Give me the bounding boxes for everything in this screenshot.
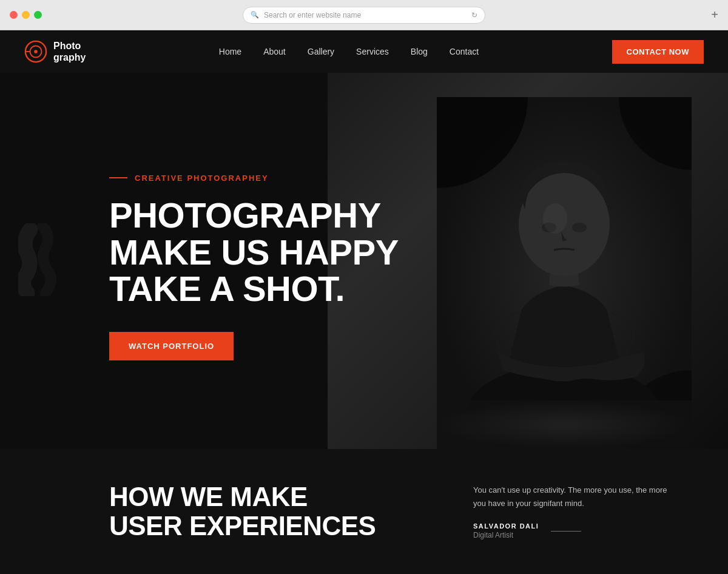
author-title: Digital Artisit <box>473 531 539 539</box>
author-info: SALVADOR DALI Digital Artisit <box>473 522 539 539</box>
contact-now-button[interactable]: CONTACT NOW <box>612 40 704 64</box>
hero-title-line2: MAKE US HAPPY <box>109 232 399 272</box>
bottom-title-line1: HOW WE MAKE <box>109 482 308 512</box>
author-name: SALVADOR DALI <box>473 522 539 530</box>
author-divider-line <box>551 531 581 532</box>
logo-icon <box>24 40 47 63</box>
bottom-right: You can't use up creativity. The more yo… <box>473 484 704 539</box>
nav-link-blog[interactable]: Blog <box>411 47 428 56</box>
nav-links: Home About Gallery Services Blog Contact <box>219 46 479 57</box>
new-tab-button[interactable]: + <box>711 8 718 22</box>
nav-item-blog[interactable]: Blog <box>411 46 428 57</box>
address-bar[interactable]: 🔍 Search or enter website name ↻ <box>243 7 485 24</box>
author-section: SALVADOR DALI Digital Artisit <box>473 522 667 539</box>
logo[interactable]: Photo graphy <box>24 40 86 63</box>
hero-title-line3: TAKE A SHOT. <box>109 269 345 308</box>
svg-point-2 <box>34 50 38 53</box>
nav-item-contact[interactable]: Contact <box>450 46 479 57</box>
bottom-left: HOW WE MAKE USER EXPERIENCES <box>24 482 473 541</box>
quote-text: You can't use up creativity. The more yo… <box>473 484 667 510</box>
browser-chrome: 🔍 Search or enter website name ↻ + <box>0 0 728 30</box>
nav-item-about[interactable]: About <box>263 46 286 57</box>
hero-content: CREATIVE PHOTOGRAPHEY PHOTOGRAPHY MAKE U… <box>0 161 399 361</box>
svg-point-12 <box>543 203 567 234</box>
person-photo <box>437 97 692 449</box>
website-content: Photo graphy Home About Gallery Services… <box>0 30 728 574</box>
nav-link-about[interactable]: About <box>263 47 286 56</box>
nav-item-home[interactable]: Home <box>219 46 241 57</box>
nav-link-contact[interactable]: Contact <box>450 47 479 56</box>
nav-item-gallery[interactable]: Gallery <box>308 46 334 57</box>
close-button[interactable] <box>10 11 18 19</box>
nav-link-gallery[interactable]: Gallery <box>308 47 334 56</box>
svg-point-11 <box>572 223 587 232</box>
hero-section: CREATIVE PHOTOGRAPHEY PHOTOGRAPHY MAKE U… <box>0 73 728 449</box>
nav-link-services[interactable]: Services <box>356 47 389 56</box>
bottom-section: HOW WE MAKE USER EXPERIENCES You can't u… <box>0 449 728 574</box>
subtitle-text: CREATIVE PHOTOGRAPHEY <box>135 174 269 183</box>
watch-portfolio-button[interactable]: WATCH PORTFOLIO <box>109 332 234 360</box>
logo-text: Photo graphy <box>53 40 86 63</box>
nav-item-services[interactable]: Services <box>356 46 389 57</box>
search-icon: 🔍 <box>251 11 259 19</box>
bottom-title-line2: USER EXPERIENCES <box>109 511 376 541</box>
hero-title-line1: PHOTOGRAPHY <box>109 195 381 235</box>
address-text: Search or enter website name <box>264 11 467 19</box>
maximize-button[interactable] <box>34 11 42 19</box>
bottom-title: HOW WE MAKE USER EXPERIENCES <box>109 482 473 541</box>
hero-title: PHOTOGRAPHY MAKE US HAPPY TAKE A SHOT. <box>109 197 399 308</box>
subtitle-line <box>109 177 127 178</box>
minimize-button[interactable] <box>22 11 30 19</box>
hero-subtitle: CREATIVE PHOTOGRAPHEY <box>109 174 399 183</box>
traffic-lights <box>10 11 42 19</box>
svg-rect-13 <box>437 400 692 449</box>
reload-icon[interactable]: ↻ <box>471 11 477 19</box>
nav-link-home[interactable]: Home <box>219 47 241 56</box>
navbar: Photo graphy Home About Gallery Services… <box>0 30 728 73</box>
